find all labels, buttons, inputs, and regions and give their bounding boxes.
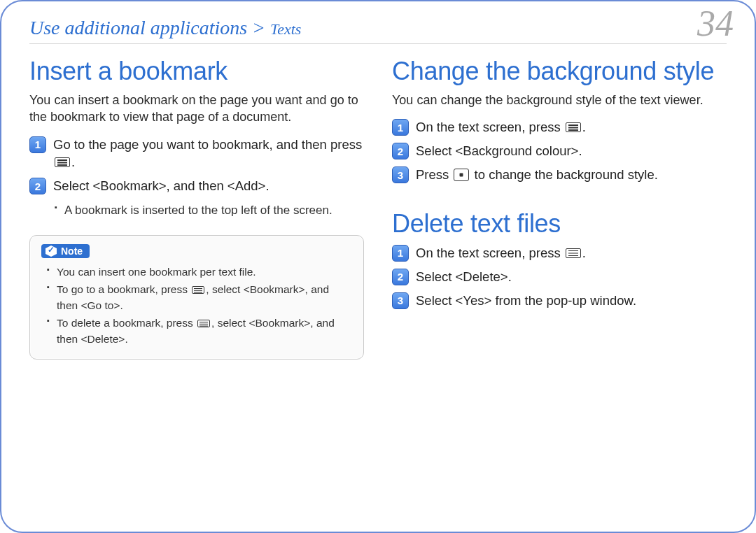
sub-bullet-item: A bookmark is inserted to the top left o… bbox=[55, 202, 364, 220]
note-box: Note You can insert one bookmark per tex… bbox=[29, 235, 364, 360]
step-text: Select <Delete>. bbox=[416, 268, 727, 286]
content-columns: Insert a bookmark You can insert a bookm… bbox=[29, 54, 727, 360]
manual-page: Use additional applications > Texts 34 I… bbox=[0, 0, 756, 533]
step-badge-1: 1 bbox=[29, 136, 46, 153]
step-text: Go to the page you want to bookmark, and… bbox=[53, 136, 364, 172]
step-1: 1 Go to the page you want to bookmark, a… bbox=[29, 136, 364, 172]
check-cube-icon bbox=[46, 246, 57, 257]
step-badge-3: 3 bbox=[392, 292, 409, 309]
step-2: 2 Select <Background colour>. bbox=[392, 142, 727, 160]
step-1: 1 On the text screen, press . bbox=[392, 244, 727, 262]
heading-insert-bookmark: Insert a bookmark bbox=[29, 57, 364, 86]
heading-delete-files: Delete text files bbox=[392, 209, 727, 239]
right-column: Change the background style You can chan… bbox=[392, 54, 727, 360]
step-text: Press to change the background style. bbox=[416, 166, 727, 184]
breadcrumb: Use additional applications > Texts bbox=[29, 17, 727, 39]
steps-list: 1 On the text screen, press . 2 Select <… bbox=[392, 244, 727, 310]
menu-icon bbox=[55, 157, 70, 167]
menu-icon bbox=[566, 122, 581, 132]
sub-bullet-list: A bookmark is inserted to the top left o… bbox=[29, 202, 364, 220]
divider bbox=[29, 43, 727, 44]
breadcrumb-parent: Use additional applications bbox=[29, 17, 247, 38]
note-label: Note bbox=[61, 246, 83, 257]
menu-icon bbox=[192, 286, 204, 294]
note-list: You can insert one bookmark per text fil… bbox=[41, 264, 352, 347]
breadcrumb-child: Texts bbox=[270, 20, 301, 38]
step-badge-2: 2 bbox=[392, 143, 409, 159]
step-3: 3 Select <Yes> from the pop-up window. bbox=[392, 292, 727, 310]
note-item: To delete a bookmark, press , select <Bo… bbox=[47, 315, 352, 347]
step-text: On the text screen, press . bbox=[416, 244, 727, 262]
step-badge-3: 3 bbox=[392, 166, 409, 183]
steps-list: 1 On the text screen, press . 2 Select <… bbox=[392, 118, 727, 184]
heading-change-bg: Change the background style bbox=[392, 57, 727, 86]
step-badge-2: 2 bbox=[29, 178, 46, 194]
step-text: Select <Background colour>. bbox=[416, 142, 727, 160]
step-badge-2: 2 bbox=[392, 269, 409, 285]
step-text: On the text screen, press . bbox=[416, 118, 727, 136]
step-2: 2 Select <Bookmark>, and then <Add>. bbox=[29, 177, 364, 195]
step-3: 3 Press to change the background style. bbox=[392, 166, 727, 184]
menu-icon bbox=[197, 320, 210, 327]
menu-icon bbox=[566, 248, 581, 258]
note-item: To go to a bookmark, press , select <Boo… bbox=[47, 282, 352, 313]
lead-text: You can insert a bookmark on the page yo… bbox=[29, 92, 364, 126]
note-item: You can insert one bookmark per text fil… bbox=[47, 264, 352, 280]
step-text: Select <Yes> from the pop-up window. bbox=[416, 292, 727, 310]
spacer bbox=[392, 191, 727, 206]
page-number: 34 bbox=[697, 3, 734, 44]
step-1: 1 On the text screen, press . bbox=[392, 118, 727, 136]
steps-list: 1 Go to the page you want to bookmark, a… bbox=[29, 136, 364, 196]
left-column: Insert a bookmark You can insert a bookm… bbox=[29, 54, 364, 360]
step-badge-1: 1 bbox=[392, 245, 409, 262]
select-button-icon bbox=[454, 169, 469, 181]
note-badge: Note bbox=[41, 244, 90, 258]
lead-text: You can change the background style of t… bbox=[392, 92, 727, 108]
step-2: 2 Select <Delete>. bbox=[392, 268, 727, 286]
step-badge-1: 1 bbox=[392, 119, 409, 136]
step-text: Select <Bookmark>, and then <Add>. bbox=[53, 177, 364, 195]
breadcrumb-sep: > bbox=[247, 17, 270, 38]
